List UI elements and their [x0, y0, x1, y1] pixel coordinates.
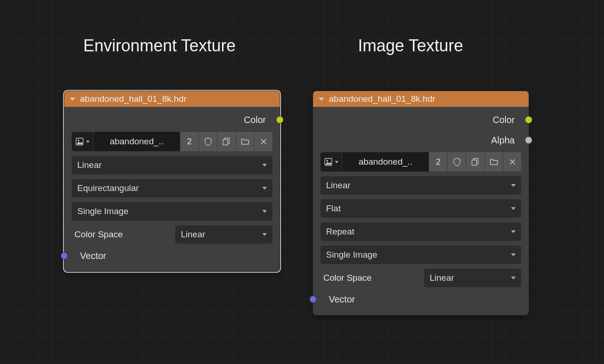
svg-point-5: [327, 160, 328, 161]
node-environment-texture[interactable]: abandoned_hall_01_8k.hdr Color abandoned…: [64, 91, 280, 272]
collapse-icon[interactable]: [70, 98, 75, 101]
input-vector-label: Vector: [329, 294, 355, 305]
collapse-icon[interactable]: [319, 98, 324, 101]
color-space-row: Color Space Linear: [72, 225, 272, 244]
color-socket-icon[interactable]: [525, 116, 532, 123]
source-select[interactable]: Single Image: [72, 202, 272, 221]
source-value: Single Image: [326, 250, 377, 260]
output-color[interactable]: Color: [313, 110, 529, 130]
heading-image-texture: Image Texture: [358, 36, 463, 56]
source-value: Single Image: [77, 206, 129, 216]
interpolation-value: Linear: [77, 160, 102, 170]
input-vector[interactable]: Vector: [313, 289, 529, 309]
interpolation-select[interactable]: Linear: [320, 176, 521, 195]
node-image-texture[interactable]: abandoned_hall_01_8k.hdr Color Alpha aba…: [313, 91, 529, 315]
color-socket-icon[interactable]: [276, 116, 284, 123]
image-name-field[interactable]: abandoned_..: [342, 152, 429, 172]
heading-environment-texture: Environment Texture: [83, 36, 236, 56]
svg-rect-3: [223, 140, 228, 145]
extension-value: Repeat: [326, 227, 354, 237]
output-alpha[interactable]: Alpha: [313, 130, 529, 150]
color-space-row: Color Space Linear: [320, 269, 521, 287]
chevron-down-icon: [86, 141, 90, 143]
source-select[interactable]: Single Image: [320, 246, 521, 264]
new-image-button[interactable]: [466, 152, 484, 172]
projection-value: Equirectangular: [77, 183, 139, 193]
input-vector[interactable]: Vector: [64, 246, 280, 266]
fake-user-button[interactable]: [198, 132, 217, 151]
chevron-down-icon: [511, 277, 516, 279]
color-space-select[interactable]: Linear: [424, 269, 521, 287]
node-header[interactable]: abandoned_hall_01_8k.hdr: [64, 91, 280, 107]
open-image-button[interactable]: [235, 132, 254, 151]
vector-socket-icon[interactable]: [61, 252, 68, 259]
node-title: abandoned_hall_01_8k.hdr: [80, 94, 186, 104]
chevron-down-icon: [335, 161, 339, 163]
interpolation-value: Linear: [326, 180, 351, 191]
output-color-label: Color: [493, 115, 515, 125]
chevron-down-icon: [262, 233, 267, 236]
output-alpha-label: Alpha: [491, 135, 515, 146]
svg-rect-7: [472, 160, 476, 166]
chevron-down-icon: [511, 207, 516, 210]
unlink-image-button[interactable]: [254, 132, 272, 151]
image-datablock-row: abandoned_.. 2: [72, 132, 272, 151]
chevron-down-icon: [511, 253, 516, 256]
new-image-button[interactable]: [217, 132, 235, 151]
input-vector-label: Vector: [80, 251, 106, 261]
color-space-value: Linear: [181, 229, 205, 240]
interpolation-select[interactable]: Linear: [72, 156, 272, 174]
node-title: abandoned_hall_01_8k.hdr: [329, 94, 435, 104]
chevron-down-icon: [511, 184, 516, 187]
color-space-value: Linear: [430, 273, 454, 283]
image-datablock-row: abandoned_.. 2: [320, 152, 521, 172]
chevron-down-icon: [262, 187, 267, 190]
image-name-field[interactable]: abandoned_..: [93, 132, 180, 151]
svg-point-1: [78, 140, 79, 141]
alpha-socket-icon[interactable]: [525, 136, 532, 144]
user-count[interactable]: 2: [429, 152, 447, 172]
extension-select[interactable]: Repeat: [320, 222, 521, 241]
vector-socket-icon[interactable]: [309, 296, 317, 303]
output-color-label: Color: [244, 115, 266, 125]
projection-value: Flat: [326, 204, 341, 214]
user-count[interactable]: 2: [180, 132, 198, 151]
fake-user-button[interactable]: [447, 152, 466, 172]
color-space-label: Color Space: [320, 273, 419, 283]
chevron-down-icon: [262, 164, 267, 167]
unlink-image-button[interactable]: [503, 152, 521, 172]
projection-select[interactable]: Flat: [320, 199, 521, 218]
browse-image-button[interactable]: [320, 152, 342, 172]
chevron-down-icon: [511, 230, 516, 233]
output-color[interactable]: Color: [64, 110, 280, 130]
node-header[interactable]: abandoned_hall_01_8k.hdr: [313, 91, 529, 107]
browse-image-button[interactable]: [72, 132, 93, 151]
projection-select[interactable]: Equirectangular: [72, 179, 272, 197]
color-space-select[interactable]: Linear: [175, 225, 272, 244]
open-image-button[interactable]: [484, 152, 503, 172]
color-space-label: Color Space: [72, 229, 171, 240]
chevron-down-icon: [262, 210, 267, 213]
